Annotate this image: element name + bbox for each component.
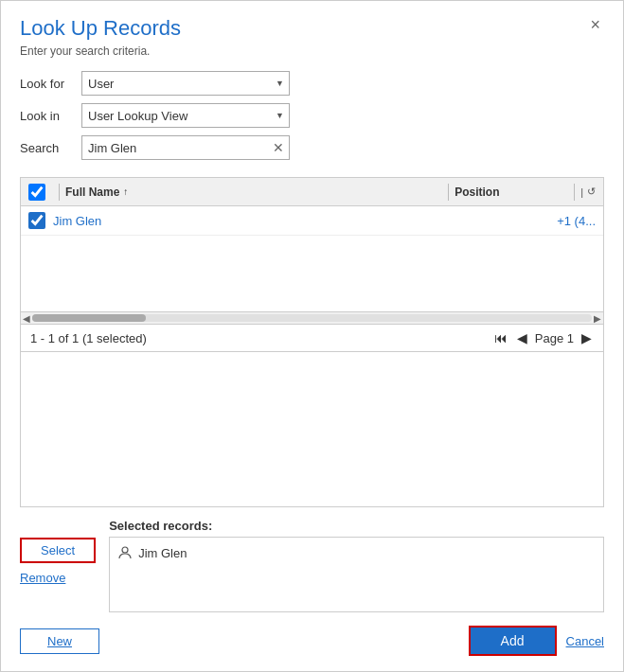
look-for-label: Look for [20,77,81,91]
scroll-left-arrow[interactable]: ◀ [23,313,30,324]
fullname-column-header[interactable]: Full Name ↑ [65,186,442,199]
selected-records-box: Jim Glen [109,537,604,612]
selected-item: Jim Glen [117,545,596,560]
dialog-header: Look Up Records × [20,16,604,41]
pipe-icon: | [580,186,583,198]
selected-section: Select Remove Selected records: Jim Glen [20,519,604,612]
first-page-button[interactable]: ⏮ [492,330,509,345]
svg-point-0 [122,547,128,553]
selected-item-name: Jim Glen [138,546,187,560]
look-in-select-wrapper[interactable]: User Lookup View [81,103,290,128]
scrollbar-thumb [32,314,146,322]
fullname-label: Full Name [65,186,119,199]
col-divider-3 [574,184,575,201]
selected-box-container: Selected records: Jim Glen [109,519,604,612]
search-input[interactable] [82,139,268,157]
select-all-checkbox[interactable] [28,184,45,201]
scroll-right-arrow[interactable]: ▶ [594,313,601,324]
look-in-select[interactable]: User Lookup View [81,103,290,128]
table-row: Jim Glen +1 (4... [21,206,603,236]
row-extra: +1 (4... [539,214,596,228]
person-icon [117,545,133,560]
position-column-header[interactable]: Position [455,186,568,199]
selected-actions: Select Remove [20,519,96,612]
position-label: Position [455,186,499,199]
results-grid: Full Name ↑ Position | ↺ Jim Glen +1 (4.… [20,177,604,507]
grid-empty-area [21,236,603,311]
select-button[interactable]: Select [20,538,96,563]
page-label: Page 1 [535,331,574,345]
prev-page-button[interactable]: ◀ [515,330,529,345]
look-in-row: Look in User Lookup View [20,103,604,128]
look-for-select-wrapper[interactable]: User [81,71,290,96]
search-label: Search [20,141,81,155]
search-row: Search ✕ [20,135,604,160]
scrollbar-track[interactable] [32,314,592,322]
new-button[interactable]: New [20,628,99,654]
cancel-button[interactable]: Cancel [566,634,604,648]
pagination-row: 1 - 1 of 1 (1 selected) ⏮ ◀ Page 1 ▶ [21,325,603,352]
dialog-title: Look Up Records [20,16,181,41]
look-for-select[interactable]: User [81,71,290,96]
col-divider-2 [448,184,449,201]
selected-records-label: Selected records: [109,519,604,533]
add-button[interactable]: Add [469,626,557,656]
row-checkbox[interactable] [28,212,45,229]
look-for-row: Look for User [20,71,604,96]
search-clear-button[interactable]: ✕ [268,141,289,154]
refresh-button[interactable]: | ↺ [580,186,596,198]
remove-button[interactable]: Remove [20,571,65,585]
grid-header: Full Name ↑ Position | ↺ [21,178,603,206]
footer-row: New Add Cancel [20,626,604,656]
pagination-summary: 1 - 1 of 1 (1 selected) [30,331,147,345]
sort-arrow: ↑ [123,186,128,197]
dialog-subtitle: Enter your search criteria. [20,44,604,58]
look-in-label: Look in [20,109,81,123]
refresh-icon: ↺ [587,186,596,198]
search-wrapper: ✕ [81,135,290,160]
col-divider-1 [59,184,60,201]
horizontal-scrollbar[interactable]: ◀ ▶ [21,311,603,325]
lookup-dialog: Look Up Records × Enter your search crit… [0,0,624,672]
footer-right: Add Cancel [469,626,604,656]
close-button[interactable]: × [586,16,604,33]
page-nav: ⏮ ◀ Page 1 ▶ [492,330,594,345]
row-fullname[interactable]: Jim Glen [53,214,539,228]
next-page-button[interactable]: ▶ [579,330,594,345]
